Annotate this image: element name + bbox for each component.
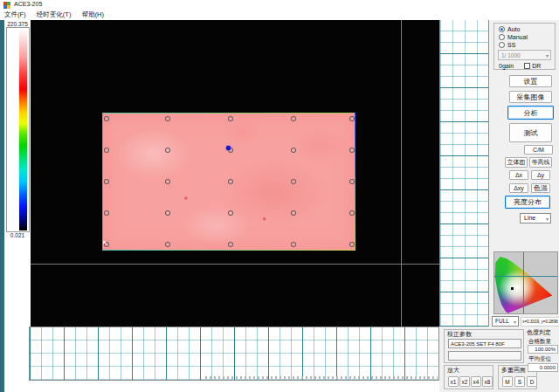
viewport-crosshair-vertical[interactable] xyxy=(401,20,402,327)
radio-auto-label: Auto xyxy=(507,26,520,32)
dr-checkbox[interactable] xyxy=(524,63,530,69)
calibration-marker xyxy=(349,242,355,247)
cie-crosshair-vertical xyxy=(523,252,524,313)
radio-ss[interactable] xyxy=(499,42,505,48)
shutter-speed-value: 1/ 1000 xyxy=(501,52,521,58)
radio-ss-label: SS xyxy=(507,42,515,48)
app-window: ACE3-205 文件(F) 经时变化(T) 帮助(H) 220.375 0.0… xyxy=(0,0,559,392)
zoom-x2-button[interactable]: x2 xyxy=(459,376,470,387)
calibration-marker xyxy=(349,179,355,184)
multi-screen-title: 多重画面 xyxy=(501,366,526,375)
window-title: ACE3-205 xyxy=(14,1,42,7)
calibration-marker xyxy=(228,210,233,216)
image-edge-right xyxy=(355,113,355,251)
menu-help[interactable]: 帮助(H) xyxy=(78,10,108,20)
radio-manual[interactable] xyxy=(499,34,505,40)
menu-time-change[interactable]: 经时变化(T) xyxy=(32,10,76,20)
exposure-group: Auto Manual SS 1/ 1000 ▾ 0gain DR xyxy=(493,23,556,70)
shutter-speed-select[interactable]: 1/ 1000 ▾ xyxy=(498,50,551,60)
delta-xy-button[interactable]: Δxy xyxy=(509,183,528,193)
judge-title: 色度判定 xyxy=(527,328,558,337)
zoom-x1-button[interactable]: x1 xyxy=(448,376,459,387)
measure-point-marker xyxy=(226,146,231,150)
correction-extra-field[interactable] xyxy=(448,351,521,361)
settings-button[interactable]: 设置 xyxy=(509,75,552,87)
solid-view-button[interactable]: 立体图 xyxy=(505,157,528,168)
average-shift-value: 0.0000 xyxy=(528,363,558,372)
calibration-marker xyxy=(291,116,296,121)
calibration-marker xyxy=(104,148,109,153)
calibration-marker xyxy=(165,242,170,247)
multi-m-button[interactable]: M xyxy=(502,376,513,387)
cie-chromaticity-diagram xyxy=(493,251,558,314)
gain-row: 0gain DR xyxy=(499,62,553,70)
gain-label: 0gain xyxy=(499,63,514,69)
luminance-gradient-bar xyxy=(19,29,27,230)
control-panel: Auto Manual SS 1/ 1000 ▾ 0gain DR 设置 采集图… xyxy=(489,20,559,327)
zoom-x8-button[interactable]: x8 xyxy=(482,376,493,387)
cie-horseshoe xyxy=(494,252,557,313)
multi-d-button[interactable]: D xyxy=(527,376,537,387)
correction-title: 校正参数 xyxy=(447,330,472,339)
calibration-marker xyxy=(228,179,233,184)
calibration-marker xyxy=(104,179,109,184)
zoom-x4-button[interactable]: x4 xyxy=(471,376,481,387)
radio-auto[interactable] xyxy=(499,26,505,32)
calibration-marker xyxy=(104,116,109,121)
chevron-down-icon: ▾ xyxy=(546,53,549,58)
contour-view-button[interactable]: 等高线 xyxy=(529,157,552,168)
viewport-crosshair-horizontal[interactable] xyxy=(31,264,439,265)
cie-crosshair-horizontal xyxy=(494,276,557,277)
radio-row-manual[interactable]: Manual xyxy=(499,33,528,40)
multi-s-button[interactable]: S xyxy=(514,376,525,387)
scale-max-value: 220.375 xyxy=(4,21,31,27)
calibration-marker xyxy=(349,148,355,153)
scale-min-value: 0.021 xyxy=(4,232,31,238)
calibration-marker xyxy=(104,210,109,216)
image-edge-bottom xyxy=(102,250,355,251)
line-mode-select[interactable]: Line ▾ xyxy=(520,213,551,224)
cm-toggle-button[interactable]: C/M xyxy=(524,145,553,155)
correction-group: 校正参数 ACE3-205 SET F4 80F xyxy=(444,329,524,363)
radio-manual-label: Manual xyxy=(507,34,528,40)
image-edge-top xyxy=(102,113,355,113)
calibration-marker xyxy=(165,116,170,121)
zoom-title: 放大 xyxy=(447,366,459,375)
line-mode-value: Line xyxy=(524,215,535,221)
delta-x-button[interactable]: Δx xyxy=(509,170,528,180)
calibration-marker xyxy=(349,116,355,121)
cie-coordinates-readout: x=0.3319, y=0.2898 xyxy=(521,317,559,327)
chevron-down-icon: ▾ xyxy=(546,217,549,222)
menu-file[interactable]: 文件(F) xyxy=(0,10,31,20)
cie-range-select[interactable]: FULL ▾ xyxy=(492,316,519,327)
luminance-scale xyxy=(6,27,30,232)
calibration-marker xyxy=(228,242,233,247)
calibration-marker xyxy=(291,148,296,153)
calibration-marker xyxy=(291,242,296,247)
correction-value-field[interactable]: ACE3-205 SET F4 80F xyxy=(448,339,521,348)
image-viewport[interactable] xyxy=(31,20,439,327)
image-edge-left xyxy=(102,113,103,251)
profile-pane-vertical xyxy=(439,20,489,327)
dr-label: DR xyxy=(532,63,541,69)
calibration-marker xyxy=(165,148,170,153)
title-bar: ACE3-205 xyxy=(0,0,559,10)
luminance-distribution-button[interactable]: 亮度分布 xyxy=(505,196,550,209)
calibration-marker xyxy=(165,179,170,184)
test-button[interactable]: 测试 xyxy=(509,123,552,142)
radio-row-ss[interactable]: SS xyxy=(499,41,515,48)
color-temp-button[interactable]: 色温 xyxy=(531,183,550,193)
analyze-button[interactable]: 分析 xyxy=(507,106,554,120)
zoom-group: 放大 x1 x2 x4 x8 xyxy=(444,365,493,389)
pass-quantity-value: 100.00% xyxy=(528,345,558,354)
measured-panel-image[interactable] xyxy=(102,113,355,251)
radio-row-auto[interactable]: Auto xyxy=(499,25,520,32)
app-icon xyxy=(3,2,10,9)
corner-highlight-dot xyxy=(103,241,106,244)
profile-pane-horizontal xyxy=(29,327,439,381)
delta-y-button[interactable]: Δy xyxy=(531,170,550,180)
bottom-settings-panel: 校正参数 ACE3-205 SET F4 80F 放大 x1 x2 x4 x8 … xyxy=(439,327,559,392)
profile-tick-marks xyxy=(205,376,438,379)
capture-image-button[interactable]: 采集图像 xyxy=(509,91,552,103)
calibration-marker xyxy=(228,116,233,121)
